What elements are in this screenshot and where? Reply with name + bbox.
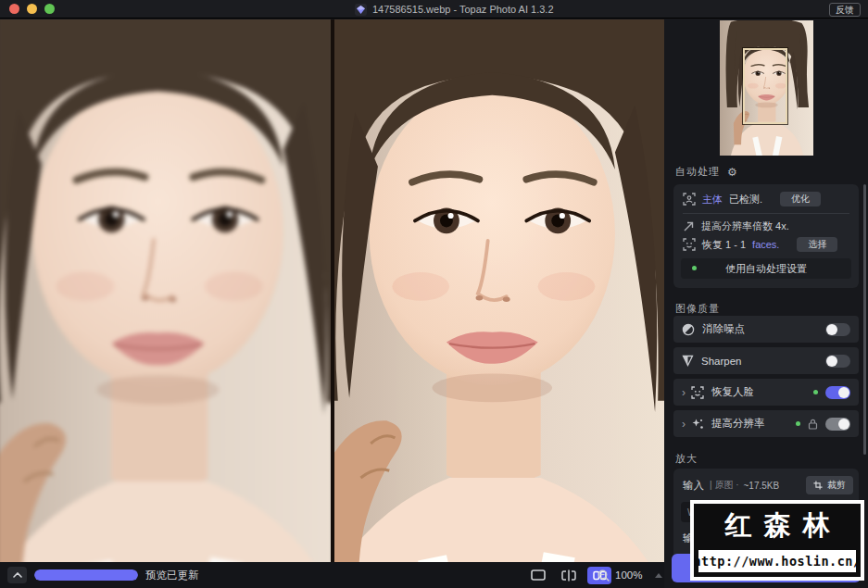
face-recovery-toggle[interactable] — [825, 386, 850, 399]
split-view-icon — [561, 569, 576, 582]
upscale-info-row: 提高分辨率倍数 4x. — [683, 219, 851, 233]
preview-enhanced-image[interactable] — [334, 19, 664, 562]
split-view-button[interactable] — [557, 567, 581, 584]
denoise-label: 消除噪点 — [702, 322, 745, 336]
upscale-sparkle-icon — [691, 418, 704, 431]
green-status-dot — [692, 266, 697, 270]
statusbar: 预览已更新 — [0, 562, 664, 588]
faces-link[interactable]: faces. — [752, 239, 779, 250]
gear-icon[interactable]: ⚙ — [727, 166, 738, 179]
collapse-panel-button[interactable] — [7, 567, 27, 583]
green-status-dot — [813, 390, 818, 394]
preview-status-text: 预览已更新 — [145, 569, 199, 582]
subject-status: 已检测. — [729, 193, 762, 206]
topaz-logo-icon — [355, 4, 367, 16]
single-view-icon — [531, 569, 546, 581]
input-info-row: 输入 | 原图 · ~17.5KB 裁剪 — [683, 476, 853, 494]
window-controls — [0, 4, 55, 14]
lock-icon — [808, 419, 818, 430]
face-recovery-row[interactable]: › 恢复人脸 — [673, 379, 859, 406]
feedback-button[interactable]: 反馈 — [829, 3, 861, 17]
upscale-section-header: 放大 — [675, 452, 698, 466]
watermark-url-box: http://www.hoslin.cn/ — [698, 550, 856, 572]
denoise-icon — [682, 323, 695, 336]
input-meta: | 原图 · — [710, 479, 738, 492]
window-title: 147586515.webp - Topaz Photo AI 1.3.2 — [372, 4, 554, 15]
zoom-menu-triangle-icon[interactable] — [655, 573, 662, 578]
divider — [683, 213, 849, 214]
preview-original-image[interactable] — [0, 19, 331, 562]
app-window: 147586515.webp - Topaz Photo AI 1.3.2 反馈… — [0, 0, 868, 588]
crop-icon — [813, 481, 823, 490]
preview-area — [0, 19, 664, 562]
navigation-thumbnail[interactable] — [720, 20, 813, 156]
upscale-row[interactable]: › 提高分辨率 — [673, 410, 859, 437]
input-label: 输入 — [683, 479, 704, 493]
sharpen-toggle[interactable] — [825, 355, 850, 368]
watermark-url: http://www.hoslin.cn/ — [693, 554, 861, 569]
upscale-arrow-icon — [683, 220, 695, 232]
face-detection-box — [743, 48, 787, 124]
quality-header: 图像质量 — [675, 302, 720, 316]
zoom-control: 100% — [598, 569, 662, 582]
sharpen-label: Sharpen — [701, 356, 741, 367]
sidebar-scrollbar[interactable] — [863, 184, 866, 455]
sharpen-row[interactable]: Sharpen — [673, 347, 859, 374]
autopilot-header-label: 自动处理 — [675, 165, 720, 179]
upscale-toggle[interactable] — [825, 418, 850, 431]
chevron-right-icon[interactable]: › — [682, 386, 686, 399]
apply-autopilot-button[interactable]: 使用自动处理设置 — [681, 258, 851, 279]
magnifier-icon[interactable] — [598, 569, 610, 582]
subject-detect-icon — [683, 193, 696, 206]
watermark-overlay: 红森林 http://www.hoslin.cn/ — [690, 500, 864, 581]
preview-progress-fill — [34, 569, 138, 581]
autopilot-header: 自动处理 ⚙ — [675, 165, 738, 179]
face-recovery-label: 恢复人脸 — [711, 385, 754, 399]
green-status-dot — [796, 421, 800, 426]
autopilot-panel: 主体 已检测. 优化 提高分辨率倍数 4x. 恢复 1 - 1 fa — [673, 184, 859, 288]
subject-link[interactable]: 主体 — [702, 193, 723, 206]
zoom-window-button[interactable] — [44, 4, 55, 14]
apply-autopilot-label: 使用自动处理设置 — [725, 263, 807, 274]
upscale-info-label: 提高分辨率倍数 4x. — [701, 219, 789, 233]
zoom-level[interactable]: 100% — [615, 569, 642, 581]
faces-row: 恢复 1 - 1 faces. 选择 — [683, 237, 851, 252]
minimize-window-button[interactable] — [27, 4, 37, 14]
chevron-up-icon — [13, 572, 22, 578]
refine-subject-button[interactable]: 优化 — [780, 192, 821, 206]
denoise-toggle[interactable] — [825, 323, 850, 336]
watermark-title: 红森林 — [694, 507, 861, 544]
upscale-label: 提高分辨率 — [711, 417, 765, 431]
face-recovery-icon — [691, 386, 704, 399]
close-window-button[interactable] — [9, 4, 19, 14]
titlebar: 147586515.webp - Topaz Photo AI 1.3.2 反馈 — [0, 0, 868, 19]
sharpen-icon — [682, 355, 694, 367]
single-view-button[interactable] — [526, 567, 550, 584]
denoise-row[interactable]: 消除噪点 — [673, 316, 859, 343]
subject-row: 主体 已检测. 优化 — [683, 192, 851, 206]
faces-count-label: 恢复 1 - 1 — [702, 238, 746, 252]
input-size: ~17.5KB — [743, 481, 779, 491]
crop-button-label: 裁剪 — [827, 479, 846, 492]
preview-progress-bar — [34, 569, 138, 581]
crop-button[interactable]: 裁剪 — [806, 476, 853, 494]
select-faces-button[interactable]: 选择 — [797, 237, 837, 252]
chevron-right-icon[interactable]: › — [682, 418, 686, 431]
face-recovery-icon — [683, 238, 696, 251]
